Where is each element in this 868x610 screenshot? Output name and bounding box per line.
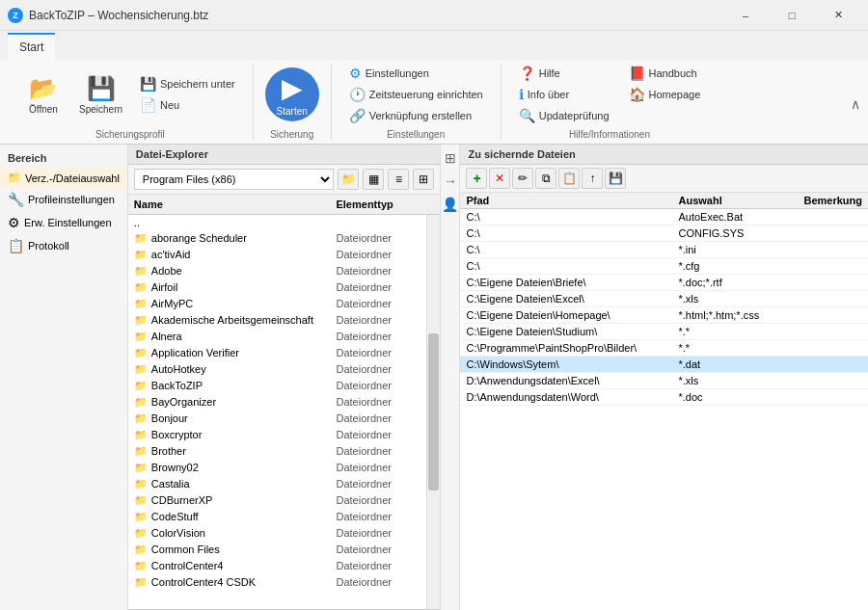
file-row[interactable]: 📁BonjourDateiordner: [128, 411, 427, 427]
right-table-row[interactable]: C:\Programme\PaintShopPro\Bilder\*.*: [460, 340, 868, 357]
path-selector[interactable]: Program Files (x86): [134, 169, 335, 190]
ribbon-content: 📂 Öffnen 💾 Speichern 💾 Speichern unter 📄…: [0, 60, 868, 144]
right-table-row[interactable]: C:\Eigene Dateien\Excel\*.xls: [460, 291, 868, 307]
file-row[interactable]: 📁BackToZIPDateiordner: [128, 378, 427, 394]
tab-start[interactable]: Start: [8, 33, 55, 60]
right-pfad-cell: D:\Anwendungsdaten\Excel\: [460, 373, 672, 388]
side-icon-arrow[interactable]: →: [442, 172, 459, 191]
file-name-cell: 📁Akademische Arbeitsgemeinschaft: [128, 313, 331, 328]
sidebar-item-profileinstellungen[interactable]: 🔧 Profileinstellungen: [0, 188, 127, 211]
close-button[interactable]: ✕: [816, 0, 860, 31]
btn-homepage[interactable]: 🏠 Homepage: [623, 85, 707, 104]
right-table-row[interactable]: D:\Anwendungsdaten\Excel\*.xls: [460, 373, 868, 389]
btn-speichern-unter-label: Speichern unter: [160, 78, 235, 90]
maximize-button[interactable]: □: [770, 0, 814, 31]
file-row[interactable]: 📁Application VerifierDateiordner: [128, 345, 427, 361]
right-table-row[interactable]: C:\AutoExec.Bat: [460, 209, 868, 225]
sidebar-item-verz-dateiauswahl[interactable]: 📁 Verz.-/Dateiauswahl: [0, 168, 127, 188]
right-btn-delete[interactable]: ✕: [489, 168, 510, 189]
file-type-cell: Dateiordner: [330, 543, 426, 557]
right-bemerkung-cell: [798, 373, 868, 388]
right-btn-up[interactable]: ↑: [582, 168, 603, 189]
btn-updatepruefung[interactable]: 🔍 Updateprüfung: [513, 106, 615, 125]
file-type-cell: Dateiordner: [330, 526, 426, 541]
btn-info-ueber[interactable]: ℹ Info über: [513, 85, 615, 104]
btn-neu[interactable]: 📄 Neu: [134, 95, 241, 115]
btn-handbuch[interactable]: 📕 Handbuch: [623, 64, 707, 83]
toolbar-btn-grid1[interactable]: ▦: [363, 169, 384, 190]
file-row[interactable]: 📁AlneraDateiordner: [128, 329, 427, 345]
file-type-cell: Dateiordner: [330, 313, 426, 328]
right-auswahl-cell: *.*: [672, 324, 798, 339]
file-type-cell: Dateiordner: [330, 461, 426, 475]
right-btn-copy[interactable]: ⧉: [535, 168, 556, 189]
btn-speichern[interactable]: 💾 Speichern: [71, 66, 130, 123]
file-type-cell: Dateiordner: [330, 231, 426, 246]
file-row[interactable]: 📁ac'tivAidDateiordner: [128, 247, 427, 263]
btn-zeitsteuerung[interactable]: 🕐 Zeitsteuerung einrichten: [343, 85, 489, 104]
side-icon-copy[interactable]: ⊞: [443, 148, 458, 168]
right-btn-paste[interactable]: 📋: [558, 168, 580, 189]
file-row[interactable]: 📁BayOrganizerDateiordner: [128, 394, 427, 411]
right-table-row[interactable]: D:\Anwendungsdaten\Word\*.doc: [460, 389, 868, 406]
speichern-unter-neu-group: 💾 Speichern unter 📄 Neu: [134, 74, 241, 115]
file-rows[interactable]: ..📁aborange SchedulerDateiordner📁ac'tivA…: [128, 215, 427, 609]
file-row[interactable]: 📁BoxcryptorDateiordner: [128, 427, 427, 443]
file-name-cell: 📁BayOrganizer: [128, 395, 331, 410]
file-row[interactable]: 📁CDBurnerXPDateiordner: [128, 492, 427, 509]
right-bemerkung-cell: [798, 291, 868, 306]
right-table-row[interactable]: C:\*.cfg: [460, 258, 868, 275]
file-row[interactable]: 📁AdobeDateiordner: [128, 263, 427, 279]
manual-icon: 📕: [629, 66, 645, 81]
title-bar-left: Z BackToZIP – Wochensicherung.btz: [8, 8, 208, 23]
right-table-row[interactable]: C:\Eigene Dateien\Homepage\*.html;*.htm;…: [460, 307, 868, 324]
file-row[interactable]: 📁ControlCenter4 CSDKDateiordner: [128, 574, 427, 591]
toolbar-btn-grid3[interactable]: ⊞: [413, 169, 434, 190]
file-row[interactable]: 📁AutoHotkeyDateiordner: [128, 361, 427, 378]
btn-speichern-label: Speichern: [79, 104, 122, 115]
file-row[interactable]: 📁Browny02Dateiordner: [128, 460, 427, 476]
file-row[interactable]: 📁BrotherDateiordner: [128, 443, 427, 460]
file-row[interactable]: 📁Akademische ArbeitsgemeinschaftDateiord…: [128, 312, 427, 329]
file-row[interactable]: 📁CodeStuffDateiordner: [128, 509, 427, 525]
right-auswahl-cell: AutoExec.Bat: [672, 209, 798, 225]
right-table-row[interactable]: C:\Eigene Dateien\Briefe\*.doc;*.rtf: [460, 275, 868, 291]
toolbar-btn-folder[interactable]: 📁: [338, 169, 359, 190]
right-table[interactable]: Pfad Auswahl Bemerkung C:\AutoExec.BatC:…: [460, 193, 868, 610]
right-btn-save[interactable]: 💾: [605, 168, 626, 189]
file-list-body: ..📁aborange SchedulerDateiordner📁ac'tivA…: [128, 215, 441, 609]
sidebar-item-profileinstellungen-label: Profileinstellungen: [28, 194, 115, 205]
file-row[interactable]: 📁CastaliaDateiordner: [128, 476, 427, 492]
right-btn-add[interactable]: +: [466, 168, 487, 189]
file-list: Name Elementtyp ..📁aborange SchedulerDat…: [128, 195, 441, 609]
btn-hilfe[interactable]: ❓ Hilfe: [513, 64, 615, 83]
title-bar: Z BackToZIP – Wochensicherung.btz – □ ✕: [0, 0, 868, 31]
right-table-row[interactable]: C:\*.ini: [460, 242, 868, 258]
app-icon: Z: [8, 8, 23, 23]
file-row[interactable]: 📁aborange SchedulerDateiordner: [128, 230, 427, 247]
file-row[interactable]: 📁AirMyPCDateiordner: [128, 296, 427, 312]
sidebar-item-protokoll[interactable]: 📋 Protokoll: [0, 234, 127, 257]
side-icon-person[interactable]: 👤: [440, 195, 460, 214]
right-btn-edit[interactable]: ✏: [512, 168, 533, 189]
ribbon-group-label-hilfe: Hilfe/Informationen: [569, 129, 650, 140]
right-table-row[interactable]: C:\Eigene Dateien\Studium\*.*: [460, 324, 868, 340]
right-table-row[interactable]: C:\Windows\Sytem\*.dat: [460, 357, 868, 373]
btn-verknuepfung[interactable]: 🔗 Verknüpfung erstellen: [343, 106, 477, 125]
file-row[interactable]: 📁ColorVisionDateiordner: [128, 525, 427, 542]
ribbon-collapse-button[interactable]: ∧: [851, 96, 860, 112]
file-row[interactable]: ..: [128, 215, 427, 230]
btn-speichern-unter[interactable]: 💾 Speichern unter: [134, 74, 241, 93]
btn-einstellungen[interactable]: ⚙ Einstellungen: [343, 64, 435, 83]
right-bemerkung-cell: [798, 357, 868, 372]
btn-starten[interactable]: ▶ Starten: [265, 67, 319, 121]
toolbar-btn-grid2[interactable]: ≡: [388, 169, 409, 190]
minimize-button[interactable]: –: [723, 0, 768, 31]
file-scrollbar[interactable]: [426, 215, 440, 609]
sidebar-item-erw-einstellungen[interactable]: ⚙ Erw. Einstellungen: [0, 211, 127, 234]
btn-oeffnen[interactable]: 📂 Öffnen: [19, 66, 68, 123]
right-table-row[interactable]: C:\CONFIG.SYS: [460, 225, 868, 242]
file-row[interactable]: 📁AirfoilDateiordner: [128, 279, 427, 296]
file-row[interactable]: 📁ControlCenter4Dateiordner: [128, 558, 427, 574]
file-row[interactable]: 📁Common FilesDateiordner: [128, 542, 427, 558]
